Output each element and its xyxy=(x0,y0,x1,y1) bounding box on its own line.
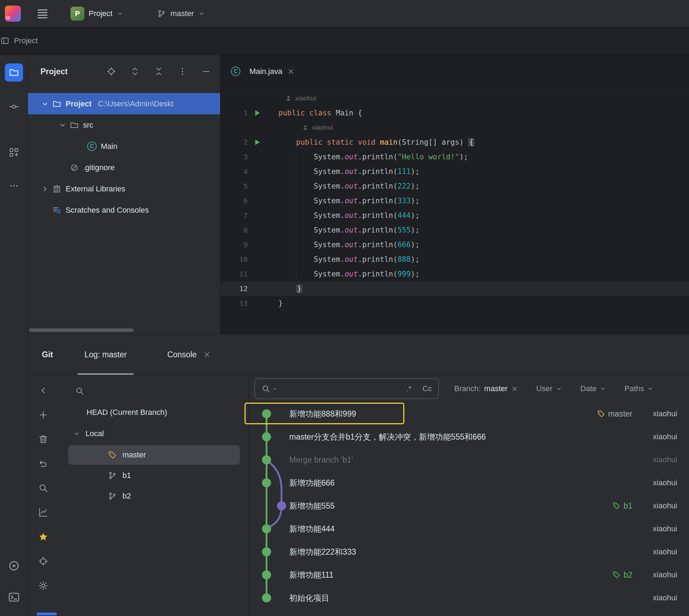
project-tree: ProjectC:\Users\Admin\DesktsrcCMain.giti… xyxy=(28,93,220,221)
log-search-field[interactable]: .* Cc xyxy=(254,378,439,399)
add-button[interactable] xyxy=(36,408,50,422)
commit-row-3[interactable]: Merge branch 'b1' xiaohui xyxy=(249,448,689,471)
tool-window-title: Project xyxy=(14,36,38,45)
collapse-all-icon[interactable] xyxy=(154,67,164,76)
code-line-10[interactable]: 10 System.out.println(888); xyxy=(220,252,689,267)
delete-button[interactable] xyxy=(36,432,50,446)
search-button[interactable] xyxy=(36,481,50,495)
commit-author: xiaohui xyxy=(639,501,677,510)
favorites-button[interactable] xyxy=(36,530,50,544)
branch-filter-value[interactable]: master xyxy=(484,384,508,393)
code-line-4[interactable]: 4 System.out.println(111); xyxy=(220,164,689,179)
expand-all-icon[interactable] xyxy=(130,67,140,76)
tree-item-project[interactable]: ProjectC:\Users\Admin\Deskt xyxy=(28,93,220,114)
code-line-6[interactable]: 6 System.out.println(333); xyxy=(220,193,689,208)
chevron-right-icon[interactable] xyxy=(40,185,50,193)
commit-author: xiaohui xyxy=(639,409,677,418)
graph-options-button[interactable] xyxy=(36,505,50,519)
ref-b2[interactable]: b2 xyxy=(612,570,632,580)
tree-item-main[interactable]: CMain xyxy=(28,136,220,157)
select-opened-file-icon[interactable] xyxy=(106,67,116,76)
commit-row-6[interactable]: 新增功能444 xiaohui xyxy=(249,517,689,540)
tab-main-java[interactable]: C Main.java xyxy=(220,55,303,88)
chevron-down-icon[interactable] xyxy=(57,121,68,129)
ref-label: b2 xyxy=(623,570,632,580)
regex-toggle[interactable]: .* xyxy=(406,384,411,393)
code-text: System.out.println(888); xyxy=(276,255,420,264)
main-menu-button[interactable] xyxy=(36,7,49,20)
gutter: 12 xyxy=(220,284,276,293)
commit-row-2[interactable]: master分支合并b1分支，解决冲突，新增功能555和666 xiaohui xyxy=(249,425,689,448)
user-filter[interactable]: User xyxy=(536,384,562,393)
project-tool-window: Project ProjectC:\Users\Admin\DesktsrcCM… xyxy=(28,55,220,334)
rollback-button[interactable] xyxy=(36,457,50,471)
options-icon[interactable] xyxy=(178,67,187,76)
author-inlay[interactable]: xiaohui xyxy=(220,91,689,106)
structure-icon xyxy=(9,147,19,158)
tab-console[interactable]: Console xyxy=(158,334,219,375)
activity-project-button[interactable] xyxy=(5,63,23,82)
ref-b1[interactable]: b1 xyxy=(612,501,632,511)
line-number: 10 xyxy=(220,255,248,264)
project-hscrollbar[interactable] xyxy=(29,328,134,332)
settings-button[interactable] xyxy=(36,579,50,593)
activity-commit-button[interactable] xyxy=(5,98,23,116)
add-icon xyxy=(38,410,48,420)
code-line-2[interactable]: 2 public static void main(String[] args)… xyxy=(220,135,689,150)
activity-terminal-button[interactable] xyxy=(5,588,23,606)
collapse-button[interactable] xyxy=(36,383,50,397)
hide-icon[interactable] xyxy=(201,67,211,76)
code-line-11[interactable]: 11 System.out.println(999); xyxy=(220,267,689,281)
tree-item-external-libraries[interactable]: External Libraries xyxy=(28,178,220,199)
code-editor[interactable]: xiaohui 1 public class Main { xiaohui 2 … xyxy=(220,88,689,311)
commit-row-4[interactable]: 新增功能666 xiaohui xyxy=(249,471,689,494)
paths-filter[interactable]: Paths xyxy=(624,384,654,393)
branch-item-b2[interactable]: b2 xyxy=(68,486,240,506)
branch-search-field[interactable] xyxy=(68,380,248,402)
scratches-icon xyxy=(52,206,61,215)
match-case-toggle[interactable]: Cc xyxy=(422,384,432,393)
tool-window-title-bar: Project xyxy=(0,27,689,55)
activity-run-button[interactable] xyxy=(5,557,23,575)
tab-log-master[interactable]: Log: master xyxy=(75,334,136,375)
gutter: 6 xyxy=(220,197,276,205)
close-tab-icon[interactable] xyxy=(287,68,295,75)
author-inlay[interactable]: xiaohui xyxy=(220,120,689,135)
run-line-icon[interactable] xyxy=(253,108,262,117)
head-current-branch[interactable]: HEAD (Current Branch) xyxy=(68,402,248,423)
date-filter[interactable]: Date xyxy=(581,384,606,393)
commit-row-9[interactable]: 初始化项目 xiaohui xyxy=(249,586,689,609)
chevron-down-icon xyxy=(117,10,123,17)
close-tab-icon[interactable] xyxy=(203,351,211,358)
tree-item-src[interactable]: src xyxy=(28,114,220,136)
commit-row-5[interactable]: 新增功能555 b1 xiaohui xyxy=(249,494,689,517)
code-line-3[interactable]: 3 System.out.println("Hello world!"); xyxy=(220,150,689,164)
tree-item-scratches-and-consoles[interactable]: Scratches and Consoles xyxy=(28,199,220,221)
ref-master[interactable]: master xyxy=(597,409,632,419)
run-line-icon[interactable] xyxy=(253,138,262,147)
code-line-8[interactable]: 8 System.out.println(555); xyxy=(220,223,689,237)
branch-item-b1[interactable]: b1 xyxy=(68,466,240,485)
code-line-9[interactable]: 9 System.out.println(666); xyxy=(220,237,689,252)
branch-filter-clear-icon[interactable] xyxy=(511,385,518,392)
code-line-12[interactable]: 12 } xyxy=(220,281,689,296)
gutter: 10 xyxy=(220,255,276,264)
code-line-13[interactable]: 13 } xyxy=(220,296,689,311)
code-line-1[interactable]: 1 public class Main { xyxy=(220,106,689,120)
branch-item-master[interactable]: master xyxy=(68,445,240,465)
activity-more-button[interactable] xyxy=(5,177,23,195)
tree-item-gitignore[interactable]: .gitignore xyxy=(28,157,220,178)
tree-item-label: Main xyxy=(101,142,118,151)
activity-structure-button[interactable] xyxy=(5,143,23,161)
branch-selector[interactable]: master xyxy=(157,9,205,18)
branch-group-local[interactable]: Local xyxy=(68,423,248,444)
project-selector[interactable]: P Project xyxy=(70,7,123,21)
chevron-down-icon[interactable] xyxy=(40,100,50,108)
code-line-5[interactable]: 5 System.out.println(222); xyxy=(220,179,689,193)
locate-button[interactable] xyxy=(36,554,50,568)
commit-row-8[interactable]: 新增功能111 b2 xiaohui xyxy=(249,563,689,586)
commit-row-1[interactable]: 新增功能888和999 master xiaohui xyxy=(249,402,689,425)
code-line-7[interactable]: 7 System.out.println(444); xyxy=(220,208,689,223)
code-text: System.out.println(111); xyxy=(276,167,420,176)
commit-row-7[interactable]: 新增功能222和333 xiaohui xyxy=(249,540,689,563)
